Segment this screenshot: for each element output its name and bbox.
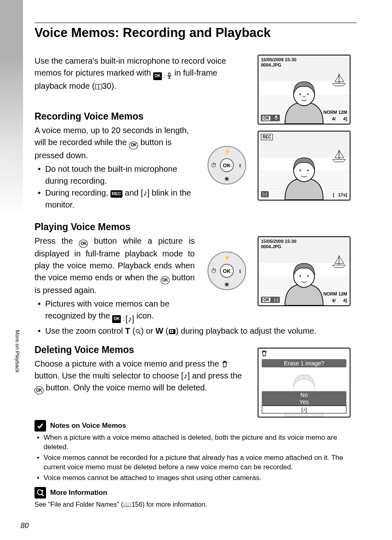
colon-icon: : — [162, 72, 166, 80]
erase-trash-icon — [260, 350, 268, 357]
screen1-count: 4/ 4] — [332, 116, 347, 121]
check-badge-icon — [35, 420, 46, 432]
screen2-bar: [♪] — [261, 191, 269, 197]
screen1-mic-icon — [274, 115, 278, 120]
erase-option-yes[interactable]: Yes — [262, 398, 346, 406]
moreinfo-heading: More Information — [50, 489, 107, 497]
zoom-w-label: W — [156, 326, 164, 335]
screen2-person — [272, 152, 336, 200]
deleting-body-c: button. Only the voice memo will be dele… — [46, 383, 207, 392]
screen2-memo-glyph: [♪] — [263, 192, 267, 196]
deleting-body: Choose a picture with a voice memo and p… — [35, 358, 244, 395]
notes-section: Notes on Voice Memos When a picture with… — [35, 420, 357, 509]
screen-erase-dialog: Erase 1 image? No Yes [♪] — [258, 348, 350, 418]
screen3-file: 0004.JPG — [261, 244, 281, 249]
recording-bullets: Do not touch the built-in microphone dur… — [35, 163, 195, 211]
svg-text:⫾: ⫾ — [239, 268, 242, 274]
deleting-body-b: button. Use the multi selector to choose… — [35, 371, 242, 380]
svg-rect-8 — [170, 330, 171, 331]
svg-rect-18 — [275, 115, 277, 118]
svg-point-29 — [307, 169, 309, 171]
title-rule — [35, 23, 357, 23]
rec-badge-icon: REC — [111, 190, 122, 198]
screen1-date: 15/05/2009 15:30 — [261, 57, 296, 62]
multi-selector-2: OK ⚡ ❀ ⏱ ⫾ — [206, 250, 247, 291]
ok-button-icon-4: OK — [35, 386, 44, 395]
ok-badge-icon-2: OK — [112, 315, 121, 323]
moreinfo-header-row: More Information — [35, 487, 357, 498]
svg-text:OK: OK — [223, 162, 231, 168]
side-tab-label: More on Playback — [12, 321, 21, 382]
svg-text:⫾: ⫾ — [239, 162, 242, 168]
ok-button-icon: OK — [129, 141, 138, 150]
erase-option-no[interactable]: No — [262, 391, 346, 399]
screen3-date: 15/05/2009 15:30 — [261, 239, 296, 244]
ok-button-icon-2: OK — [79, 240, 88, 248]
notes-bullet-3: Voice memos cannot be attached to images… — [35, 473, 355, 483]
notes-bullets: When a picture with a voice memo attache… — [35, 433, 355, 483]
notes-heading: Notes on Voice Memos — [50, 422, 126, 430]
person-illustration — [272, 76, 336, 124]
screen1-ok: OK — [263, 116, 270, 120]
book-ref-icon — [95, 84, 102, 90]
screen2-rec: REC — [261, 134, 273, 140]
svg-text:❀: ❀ — [224, 175, 229, 182]
recording-bullet-2: During recording, REC and [♪] blink in t… — [35, 187, 195, 211]
svg-point-38 — [300, 275, 301, 276]
manual-page: Voice Memos: Recording and Playback More… — [0, 0, 392, 540]
screen3-ok: OK — [263, 298, 270, 302]
zoom-t-label: T — [125, 326, 130, 335]
playing-heading: Playing Voice Memos — [35, 222, 357, 233]
microphone-icon — [166, 72, 172, 80]
info-badge-icon — [35, 487, 46, 498]
svg-text:❀: ❀ — [224, 281, 229, 288]
screen1-norm: NORM 12M — [323, 110, 347, 115]
notes-header-row: Notes on Voice Memos — [35, 420, 357, 432]
svg-point-14 — [42, 490, 43, 492]
magnify-icon — [135, 329, 141, 335]
notes-bullet-2: Voice memos cannot be recorded for a pic… — [35, 453, 355, 472]
svg-rect-0 — [168, 73, 170, 76]
playing-bullet-2: Use the zoom control T () or W () during… — [35, 325, 347, 337]
screen1-file: 0004.JPG — [261, 62, 281, 67]
page-title: Voice Memos: Recording and Playback — [35, 25, 271, 40]
colon-icon-2: : — [121, 315, 125, 323]
page-number: 80 — [21, 522, 29, 530]
svg-text:⚡: ⚡ — [224, 148, 231, 155]
thumbnail-icon — [168, 329, 176, 335]
screen1-ok-bar: OK : — [261, 115, 280, 121]
memo-bracket-icon-2: [♪] — [125, 313, 134, 325]
ok-mic-inline-icon: OK : — [153, 72, 172, 80]
playing-body-a: Press the — [35, 236, 79, 245]
svg-rect-9 — [172, 330, 173, 331]
screen3-memo-glyph: [♪] — [274, 298, 279, 302]
screen3-norm: NORM 12M — [323, 291, 347, 296]
erase-prompt: Erase 1 image? — [262, 359, 346, 367]
ok-badge-icon: OK — [153, 72, 162, 80]
svg-rect-10 — [170, 332, 171, 333]
svg-point-5 — [136, 330, 139, 333]
svg-point-39 — [307, 275, 309, 276]
screen-recording: REC [ 17s] [♪] — [258, 131, 350, 201]
screen3-count: 4/ 4] — [332, 298, 347, 303]
intro-ref: 30). — [102, 81, 116, 90]
svg-line-6 — [139, 332, 141, 334]
screen3-person — [272, 258, 336, 305]
memo-bracket-icon: [♪] — [141, 188, 150, 197]
screen3-colon: : — [272, 298, 273, 302]
svg-text:⚡: ⚡ — [224, 254, 231, 261]
screen-playback-memo: 15/05/2009 15:30 0004.JPG NORM 12M 4/ 4]… — [258, 236, 350, 306]
svg-rect-11 — [172, 332, 173, 333]
playing-bullet-1: Pictures with voice memos can be recogni… — [35, 298, 195, 325]
svg-text:⏱: ⏱ — [211, 268, 217, 274]
intro-paragraph: Use the camera's built-in microphone to … — [35, 55, 248, 92]
recording-bullet-1: Do not touch the built-in microphone dur… — [35, 163, 195, 187]
screen1-colon: : — [272, 116, 273, 120]
ok-memo-inline-icon: OK : [♪] — [112, 313, 134, 325]
moreinfo-body: See "File and Folder Names" (📖156) for m… — [35, 500, 357, 509]
multi-selector-1: OK ⚡ ❀ ⏱ ⫾ — [206, 145, 247, 186]
erase-option-memo[interactable]: [♪] — [262, 406, 346, 413]
svg-point-28 — [300, 169, 301, 171]
svg-text:⏱: ⏱ — [211, 162, 217, 168]
svg-line-13 — [42, 494, 44, 496]
